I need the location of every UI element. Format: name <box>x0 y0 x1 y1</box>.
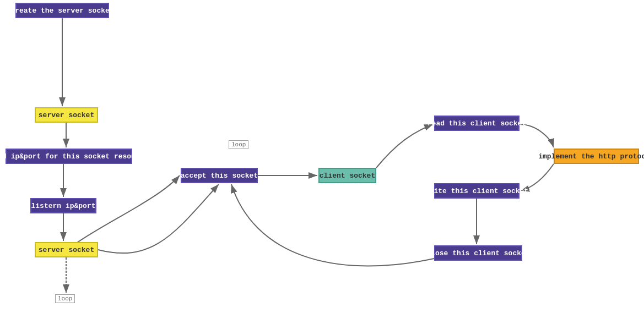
loop-label-top: loop <box>229 140 248 149</box>
server-socket-1-node: server socket <box>35 107 98 123</box>
read-client-socket-node: read this client socket <box>434 116 519 131</box>
write-client-socket-node: write this client socket <box>434 183 519 199</box>
accept-socket-node: accept this socket <box>181 168 258 183</box>
server-socket-2-node: server socket <box>35 242 98 257</box>
implement-http-node: implement the http protocol <box>554 149 639 164</box>
client-socket-node: client socket <box>318 168 376 183</box>
loop-label-bottom: loop <box>55 294 75 303</box>
listen-ip-port-node: listern ip&port <box>30 198 96 213</box>
bind-ip-port-node: bind ip&port for this socket resource <box>6 149 132 164</box>
close-client-socket-node: close this client socket <box>434 245 522 261</box>
diagram-container: create the server socket server socket b… <box>0 0 644 313</box>
create-server-socket-node: create the server socket <box>15 3 109 18</box>
